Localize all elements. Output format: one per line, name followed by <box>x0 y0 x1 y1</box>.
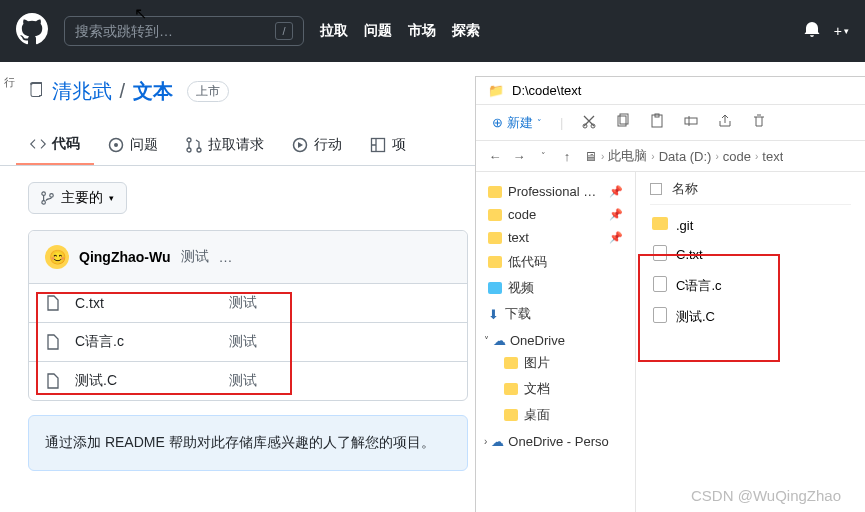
file-name[interactable]: C语言.c <box>75 333 215 351</box>
tree-item[interactable]: ⬇下载 <box>484 301 627 327</box>
explorer-navbar: ← → ˅ ↑ 🖥› 此电脑› Data (D:)› code› text <box>476 141 865 172</box>
tree-item[interactable]: 图片 <box>484 350 627 376</box>
pin-icon: 📌 <box>609 185 623 198</box>
file-row[interactable]: C.txt 测试 <box>29 284 467 323</box>
notifications-icon[interactable] <box>804 21 820 41</box>
download-icon: ⬇ <box>488 307 499 322</box>
svg-point-7 <box>42 192 46 196</box>
file-name[interactable]: C.txt <box>75 295 215 311</box>
folder-icon: 📁 <box>488 83 504 98</box>
c-file-icon <box>653 276 667 292</box>
cut-icon[interactable] <box>581 113 597 132</box>
list-item[interactable]: C语言.c <box>650 270 851 301</box>
tree-item[interactable]: code📌 <box>484 203 627 226</box>
select-all-checkbox[interactable] <box>650 183 662 195</box>
share-icon[interactable] <box>717 113 733 132</box>
nav-back-icon[interactable]: ← <box>488 149 502 164</box>
github-header: / 拉取 问题 市场 探索 +▾ <box>0 0 865 62</box>
tree-item[interactable]: Professional …📌 <box>484 180 627 203</box>
tab-code[interactable]: 代码 <box>16 125 94 165</box>
repo-name-link[interactable]: 文本 <box>133 80 173 102</box>
pc-icon: 🖥 <box>584 149 597 164</box>
avatar: 😊 <box>45 245 69 269</box>
file-row[interactable]: C语言.c 测试 <box>29 323 467 362</box>
branch-dropdown[interactable]: 主要的▾ <box>28 182 127 214</box>
path-separator: / <box>120 80 126 102</box>
file-commit-msg[interactable]: 测试 <box>229 333 257 351</box>
svg-point-1 <box>114 143 118 147</box>
svg-point-4 <box>197 148 201 152</box>
file-commit-msg[interactable]: 测试 <box>229 372 257 390</box>
window-title: D:\code\text <box>512 83 581 98</box>
file-list: 😊 QingZhao-Wu 测试 … C.txt 测试 C语言.c 测试 测试.… <box>28 230 468 401</box>
copy-icon[interactable] <box>615 113 631 132</box>
explorer-file-list[interactable]: 名称 .git C.txt C语言.c 测试.C <box>636 172 865 512</box>
nav-marketplace[interactable]: 市场 <box>408 22 436 40</box>
tree-item[interactable]: 视频 <box>484 275 627 301</box>
search-box[interactable]: / <box>64 16 304 46</box>
pin-icon: 📌 <box>609 231 623 244</box>
paste-icon[interactable] <box>649 113 665 132</box>
file-explorer-window: 📁 D:\code\text ⊕ 新建 ˅ | ← → ˅ ↑ 🖥› 此电脑› … <box>475 76 865 512</box>
commit-message[interactable]: 测试 <box>181 248 209 266</box>
visibility-badge: 上市 <box>187 81 229 102</box>
tab-pulls[interactable]: 拉取请求 <box>172 125 278 165</box>
create-new-dropdown[interactable]: +▾ <box>834 23 849 39</box>
tree-item[interactable]: 桌面 <box>484 402 627 428</box>
nav-pulls[interactable]: 拉取 <box>320 22 348 40</box>
tree-group-onedrive[interactable]: ˅☁OneDrive <box>484 327 627 350</box>
pin-icon: 📌 <box>609 208 623 221</box>
nav-explore[interactable]: 探索 <box>452 22 480 40</box>
github-logo-icon[interactable] <box>16 13 48 49</box>
file-name[interactable]: 测试.C <box>75 372 215 390</box>
tree-group-onedrive-personal[interactable]: ›☁OneDrive - Perso <box>484 428 627 451</box>
explorer-tree[interactable]: Professional …📌 code📌 text📌 低代码 视频 ⬇下载 ˅… <box>476 172 636 512</box>
list-item[interactable]: 测试.C <box>650 301 851 332</box>
new-button[interactable]: ⊕ 新建 ˅ <box>492 114 542 132</box>
commit-more-icon[interactable]: … <box>219 249 233 265</box>
breadcrumb[interactable]: 🖥› 此电脑› Data (D:)› code› text <box>584 147 783 165</box>
list-item[interactable]: .git <box>650 211 851 239</box>
svg-point-8 <box>42 201 46 205</box>
list-header[interactable]: 名称 <box>650 180 851 205</box>
folder-icon <box>652 217 668 230</box>
rename-icon[interactable] <box>683 113 699 132</box>
file-row[interactable]: 测试.C 测试 <box>29 362 467 400</box>
tab-actions[interactable]: 行动 <box>278 125 356 165</box>
cloud-icon: ☁ <box>493 333 506 348</box>
explorer-titlebar[interactable]: 📁 D:\code\text <box>476 77 865 105</box>
search-input[interactable] <box>75 23 267 39</box>
tab-projects[interactable]: 项 <box>356 125 420 165</box>
latest-commit-bar[interactable]: 😊 QingZhao-Wu 测试 … <box>29 231 467 284</box>
delete-icon[interactable] <box>751 113 767 132</box>
file-commit-msg[interactable]: 测试 <box>229 294 257 312</box>
explorer-toolbar: ⊕ 新建 ˅ | <box>476 105 865 141</box>
slash-key-icon: / <box>275 22 293 40</box>
nav-recent-icon[interactable]: ˅ <box>536 151 550 161</box>
repo-owner-link[interactable]: 清兆武 <box>52 80 112 102</box>
svg-point-3 <box>187 148 191 152</box>
txt-file-icon <box>653 245 667 261</box>
c-file-icon <box>653 307 667 323</box>
readme-hint[interactable]: 通过添加 README 帮助对此存储库感兴趣的人了解您的项目。 <box>28 415 468 471</box>
commit-author[interactable]: QingZhao-Wu <box>79 249 171 265</box>
tree-item[interactable]: 文档 <box>484 376 627 402</box>
svg-point-2 <box>187 138 191 142</box>
nav-up-icon[interactable]: ↑ <box>560 149 574 164</box>
tree-item[interactable]: text📌 <box>484 226 627 249</box>
nav-issues[interactable]: 问题 <box>364 22 392 40</box>
watermark: CSDN @WuQingZhao <box>691 487 841 504</box>
cloud-icon: ☁ <box>491 434 504 449</box>
repo-icon <box>28 82 44 102</box>
list-item[interactable]: C.txt <box>650 239 851 270</box>
tree-item[interactable]: 低代码 <box>484 249 627 275</box>
nav-forward-icon[interactable]: → <box>512 149 526 164</box>
tab-issues[interactable]: 问题 <box>94 125 172 165</box>
svg-rect-16 <box>685 118 697 124</box>
left-margin-tab: 行 <box>0 66 19 70</box>
primary-nav: 拉取 问题 市场 探索 <box>320 22 480 40</box>
svg-point-9 <box>50 194 54 198</box>
